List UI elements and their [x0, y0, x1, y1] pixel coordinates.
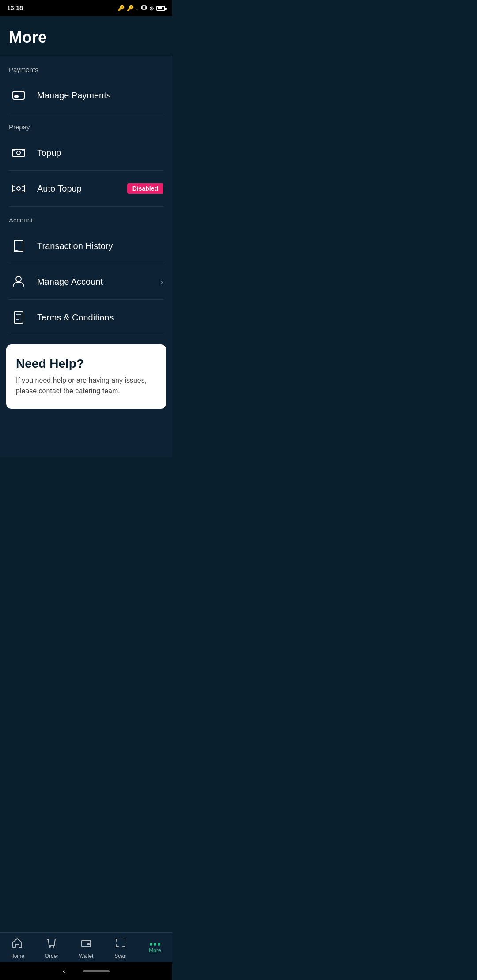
- account-section-label: Account: [0, 207, 172, 228]
- auto-topup-label: Auto Topup: [37, 184, 127, 194]
- book-icon: [9, 236, 28, 256]
- payments-section-label: Payments: [0, 56, 172, 78]
- vibrate-icon: [141, 4, 147, 12]
- svg-rect-5: [15, 96, 18, 97]
- key-icon: 🔑: [117, 5, 125, 11]
- status-bar: 16:18 🔑 🔑 ↓ ⊛: [0, 0, 172, 16]
- status-icons: 🔑 🔑 ↓ ⊛: [117, 4, 166, 12]
- manage-payments-label: Manage Payments: [37, 90, 163, 101]
- person-icon: [9, 272, 28, 291]
- auto-topup-item[interactable]: Auto Topup Disabled: [0, 171, 172, 206]
- key2-icon: 🔑: [127, 5, 134, 11]
- transaction-history-item[interactable]: Transaction History: [0, 228, 172, 264]
- divider6: [9, 335, 163, 335]
- disabled-badge: Disabled: [127, 183, 163, 194]
- topup-item[interactable]: Topup: [0, 135, 172, 170]
- manage-payments-item[interactable]: Manage Payments: [0, 78, 172, 113]
- svg-rect-19: [14, 312, 23, 323]
- svg-point-13: [17, 187, 20, 190]
- svg-rect-0: [143, 5, 145, 10]
- download-icon: ↓: [136, 5, 139, 11]
- page-title: More: [9, 28, 163, 47]
- transaction-history-label: Transaction History: [37, 241, 163, 251]
- main-content: Payments Manage Payments Prepay: [0, 56, 172, 457]
- wifi-icon: ⊛: [149, 5, 154, 11]
- svg-rect-1: [141, 6, 142, 9]
- terms-conditions-item[interactable]: Terms & Conditions: [0, 300, 172, 335]
- svg-point-7: [17, 151, 20, 155]
- status-time: 16:18: [7, 4, 23, 11]
- terms-conditions-label: Terms & Conditions: [37, 313, 163, 323]
- help-title: Need Help?: [16, 357, 156, 371]
- page-header: More: [0, 16, 172, 56]
- document-icon: [9, 308, 28, 327]
- help-card: Need Help? If you need help or are havin…: [6, 344, 166, 409]
- cash-icon: [9, 143, 28, 162]
- battery-icon: [156, 6, 165, 11]
- auto-cash-icon: [9, 179, 28, 198]
- manage-account-item[interactable]: Manage Account ›: [0, 264, 172, 299]
- chevron-right-icon: ›: [160, 277, 163, 287]
- prepay-section-label: Prepay: [0, 113, 172, 135]
- topup-label: Topup: [37, 148, 163, 158]
- help-description: If you need help or are having any issue…: [16, 375, 156, 396]
- prepay-section: Prepay Topup: [0, 113, 172, 207]
- svg-rect-3: [13, 91, 24, 99]
- account-section: Account Transaction History Manage A: [0, 207, 172, 335]
- svg-rect-2: [146, 6, 147, 9]
- svg-point-18: [16, 276, 21, 282]
- manage-account-label: Manage Account: [37, 277, 156, 287]
- card-icon: [9, 86, 28, 105]
- payments-section: Payments Manage Payments: [0, 56, 172, 113]
